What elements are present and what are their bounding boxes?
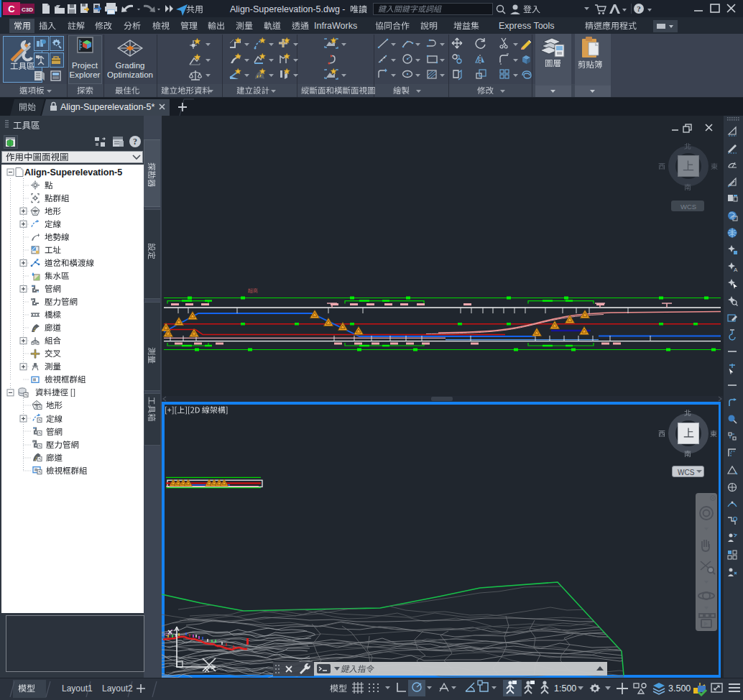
svg-text:?: ? <box>637 4 641 13</box>
svg-text:A: A <box>734 267 738 273</box>
